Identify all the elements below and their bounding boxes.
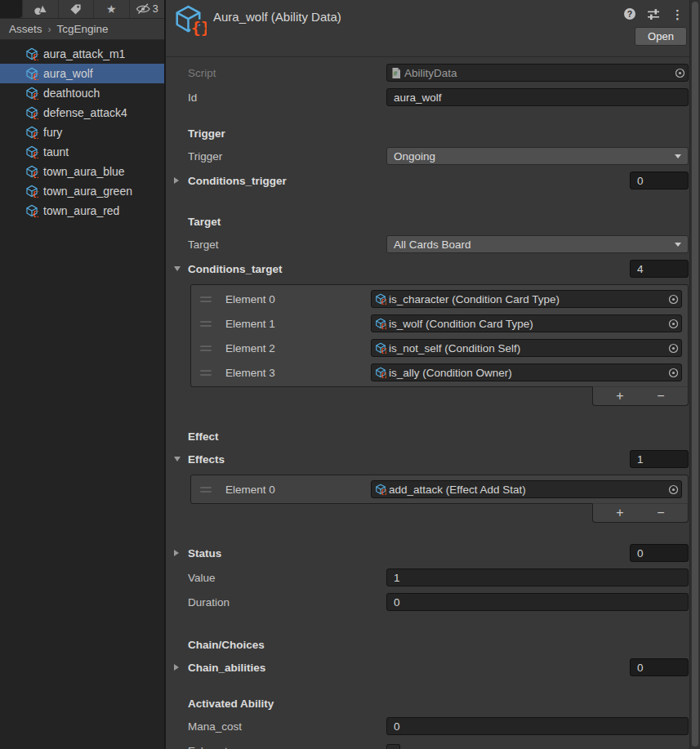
breadcrumb-assets[interactable]: Assets	[9, 23, 42, 35]
duration-row: Duration	[188, 593, 689, 611]
drag-handle-icon[interactable]	[200, 346, 212, 351]
list-item[interactable]: {} town_aura_blue	[0, 162, 164, 181]
mana-cost-input[interactable]	[386, 717, 689, 735]
list-item[interactable]: {} town_aura_red	[0, 201, 164, 221]
inspector-header: {} Aura_wolf (Ability Data) ? ⋮ Open	[166, 0, 700, 57]
status-count[interactable]	[630, 544, 689, 562]
object-picker-icon[interactable]	[665, 484, 679, 495]
list-item[interactable]: {} deathtouch	[0, 83, 164, 103]
scriptable-object-icon: {}	[25, 87, 38, 100]
condition-asset-name: is_wolf (Condition Card Type)	[389, 318, 533, 330]
svg-text:?: ?	[627, 9, 632, 19]
effect-asset-name: add_attack (Effect Add Stat)	[389, 484, 526, 496]
inspector-scrollbar[interactable]	[689, 0, 700, 749]
asset-name: deathtouch	[43, 87, 100, 100]
foldout-collapsed-icon[interactable]	[174, 550, 188, 556]
object-picker-icon[interactable]	[665, 343, 679, 354]
chain-abilities-label[interactable]: Chain_abilities	[188, 662, 372, 674]
list-element-row: Element 0 {} add_attack (Effect Add Stat…	[191, 479, 688, 500]
trigger-dropdown[interactable]: Ongoing	[386, 147, 689, 165]
add-element-button[interactable]: +	[612, 506, 628, 519]
conditions-trigger-count[interactable]	[630, 172, 689, 189]
condition-object-field[interactable]: {} is_character (Condition Card Type)	[371, 290, 682, 308]
condition-object-field[interactable]: {} is_ally (Condition Owner)	[371, 363, 682, 381]
help-icon[interactable]: ?	[623, 7, 636, 20]
remove-element-button[interactable]: −	[653, 506, 669, 519]
presets-icon[interactable]	[647, 8, 661, 20]
asset-name: fury	[43, 126, 62, 139]
conditions-target-label[interactable]: Conditions_target	[188, 263, 372, 275]
asset-name: town_aura_blue	[43, 165, 125, 178]
scriptable-object-icon: {}	[25, 47, 38, 60]
hidden-count: 3	[153, 3, 158, 15]
drag-handle-icon[interactable]	[200, 487, 212, 493]
list-item[interactable]: {} defense_attack4	[0, 103, 164, 123]
foldout-collapsed-icon[interactable]	[174, 177, 188, 184]
id-input[interactable]	[386, 88, 689, 106]
object-picker-icon[interactable]	[665, 319, 679, 329]
list-item[interactable]: {} town_aura_green	[0, 181, 164, 201]
effects-count[interactable]	[630, 450, 689, 468]
exhaust-checkbox[interactable]	[386, 744, 400, 749]
duration-input[interactable]	[386, 593, 689, 611]
breadcrumb-folder[interactable]: TcgEngine	[57, 23, 109, 35]
list-item[interactable]: {} aura_wolf	[0, 64, 164, 83]
foldout-expanded-icon[interactable]	[174, 457, 188, 461]
conditions-trigger-label[interactable]: Conditions_trigger	[188, 175, 372, 187]
trigger-row: Trigger Ongoing	[188, 147, 689, 165]
label-tag-icon	[69, 3, 82, 16]
drag-handle-icon[interactable]	[200, 370, 212, 376]
section-trigger: Trigger	[188, 124, 689, 142]
add-element-button[interactable]: +	[612, 390, 628, 403]
foldout-expanded-icon[interactable]	[174, 266, 188, 271]
status-label[interactable]: Status	[188, 547, 372, 560]
breadcrumb: Assets › TcgEngine	[0, 19, 164, 40]
drag-handle-icon[interactable]	[200, 321, 212, 327]
favorites-button[interactable]: ★	[93, 0, 129, 18]
scriptable-object-icon: {}	[25, 165, 38, 178]
condition-object-field[interactable]: {} is_not_self (Condition Self)	[371, 339, 682, 357]
list-item[interactable]: {} aura_attack_m1	[0, 44, 164, 64]
kebab-menu-icon[interactable]: ⋮	[671, 8, 684, 20]
scriptable-object-icon: {}	[375, 367, 386, 378]
effect-object-field[interactable]: {} add_attack (Effect Add Stat)	[371, 480, 682, 498]
filter-by-type-icon	[33, 3, 47, 16]
list-item[interactable]: {} taunt	[0, 142, 164, 162]
effects-label[interactable]: Effects	[188, 453, 372, 466]
value-input[interactable]	[386, 568, 689, 586]
scriptable-object-icon: {}	[375, 342, 386, 354]
hidden-count-button[interactable]: 3	[129, 0, 165, 18]
toolbar-stub	[0, 0, 22, 18]
value-label: Value	[188, 572, 386, 584]
scriptable-object-icon-large: {}	[174, 4, 207, 37]
conditions-target-count[interactable]	[630, 260, 689, 278]
svg-text:{}: {}	[381, 323, 386, 329]
exhaust-label: Exhaust	[188, 745, 386, 749]
object-picker-icon[interactable]	[665, 368, 679, 378]
object-picker-icon[interactable]	[671, 68, 685, 78]
svg-text:{}: {}	[381, 488, 386, 495]
svg-text:#: #	[393, 69, 397, 78]
chain-abilities-count[interactable]	[630, 658, 689, 676]
foldout-collapsed-icon[interactable]	[174, 664, 188, 671]
condition-object-field[interactable]: {} is_wolf (Condition Card Type)	[371, 314, 682, 332]
open-button[interactable]: Open	[635, 27, 687, 46]
conditions-target-list: Element 0 {} is_character (Condition Car…	[190, 284, 689, 387]
section-activated-ability: Activated Ability	[188, 694, 689, 712]
filter-by-label-button[interactable]	[58, 0, 94, 18]
object-picker-icon[interactable]	[665, 294, 679, 305]
id-row: Id	[188, 88, 689, 106]
remove-element-button[interactable]: −	[653, 390, 669, 403]
scriptable-object-icon: {}	[375, 293, 386, 305]
list-item[interactable]: {} fury	[0, 123, 164, 142]
target-dropdown[interactable]: All Cards Board	[386, 235, 689, 253]
drag-handle-icon[interactable]	[200, 296, 212, 302]
condition-asset-name: is_not_self (Condition Self)	[389, 342, 520, 354]
chevron-down-icon	[675, 154, 681, 158]
eye-hidden-icon	[136, 3, 151, 15]
filter-by-type-button[interactable]	[22, 0, 58, 18]
scrollbar-thumb[interactable]	[692, 2, 698, 747]
script-object-field[interactable]: # AbilityData	[386, 64, 689, 82]
asset-name: town_aura_red	[43, 204, 119, 217]
effects-row: Effects	[174, 450, 689, 468]
